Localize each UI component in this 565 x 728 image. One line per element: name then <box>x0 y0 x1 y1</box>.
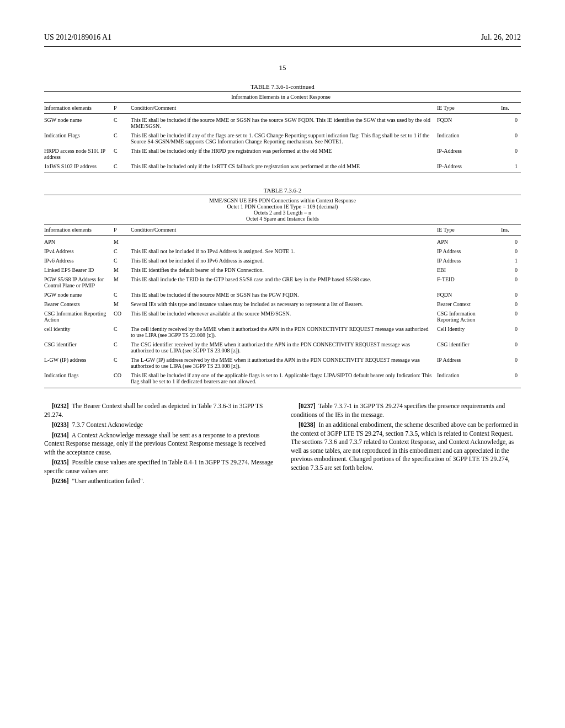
table-cell: M <box>114 275 131 290</box>
right-column: [0237] Table 7.3.7-1 in 3GPP TS 29.274 s… <box>291 402 521 488</box>
table1-h-ie: Information elements <box>44 103 114 114</box>
table-cell: 1 <box>501 256 521 265</box>
table-cell: Cell Identity <box>437 324 501 340</box>
table-cell: This IE shall be included if any of the … <box>131 131 437 146</box>
table-cell: Indication Flags <box>44 131 114 146</box>
p0233-num: [0233] <box>52 421 69 428</box>
p0234-text: A Context Acknowledge message shall be s… <box>44 432 265 456</box>
table1: Information Elements in a Context Respon… <box>44 91 521 173</box>
p0236-text: "User authentication failed". <box>72 478 144 484</box>
table-cell: This IE identifies the default bearer of… <box>131 265 437 275</box>
table-cell: FQDN <box>437 114 501 131</box>
table-cell: This IE shall be included if the source … <box>131 114 437 131</box>
table2-sub4: Octet 4 Spare and Instance fields <box>44 216 521 222</box>
table-cell: M <box>114 265 131 275</box>
table-cell: APN <box>437 235 501 247</box>
table-cell: 0 <box>501 371 521 388</box>
table-cell: 0 <box>501 265 521 275</box>
publication-number: US 2012/0189016 A1 <box>44 33 111 42</box>
publication-date: Jul. 26, 2012 <box>481 33 521 42</box>
table-cell: 0 <box>501 235 521 247</box>
table-cell: This IE shall be included only if the 1x… <box>131 162 437 173</box>
table-cell: This IE shall not be included if no IPv6… <box>131 256 437 265</box>
p0233-text: 7.3.7 Context Acknowledge <box>72 421 142 428</box>
table-row: CSG Information Reporting ActionCOThis I… <box>44 309 521 324</box>
table-cell: C <box>114 114 131 131</box>
table1-h-cond: Condition/Comment <box>131 103 437 114</box>
table-row: IPv6 AddressCThis IE shall not be includ… <box>44 256 521 265</box>
table-cell: 0 <box>501 340 521 355</box>
table2-h-ins: Ins. <box>501 224 521 235</box>
table-cell: C <box>114 340 131 355</box>
table-cell: This IE shall not be included if no IPv4… <box>131 247 437 256</box>
table-cell: IP Address <box>437 256 501 265</box>
table-cell: This IE shall include the TEID in the GT… <box>131 275 437 290</box>
table-cell: The cell identity received by the MME wh… <box>131 324 437 340</box>
table2-sub2: Octet 1 PDN Connection IE Type = 109 (de… <box>44 204 521 210</box>
table-cell: IPv6 Address <box>44 256 114 265</box>
table-cell: This IE shall be included whenever avail… <box>131 309 437 324</box>
table-row: PGW S5/S8 IP Address for Control Plane o… <box>44 275 521 290</box>
table-row: Indication flagsCOThis IE shall be inclu… <box>44 371 521 388</box>
table-row: CSG identifierCThe CSG identifier receiv… <box>44 340 521 355</box>
p0235-num: [0235] <box>52 459 69 465</box>
table-cell: C <box>114 247 131 256</box>
table-row: HRPD access node S101 IP addressCThis IE… <box>44 146 521 162</box>
p0232-text: The Bearer Context shall be coded as dep… <box>44 403 263 418</box>
table-cell: 0 <box>501 309 521 324</box>
table2-title: TABLE 7.3.6-2 <box>44 187 521 194</box>
table-cell: C <box>114 355 131 371</box>
table-row: Linked EPS Bearer IDMThis IE identifies … <box>44 265 521 275</box>
table-cell: The CSG identifier received by the MME w… <box>131 340 437 355</box>
table-cell: Indication flags <box>44 371 114 388</box>
p0238-num: [0238] <box>299 421 316 428</box>
table-cell: 0 <box>501 324 521 340</box>
table-cell: CSG identifier <box>437 340 501 355</box>
table-cell: APN <box>44 235 114 247</box>
p0236-num: [0236] <box>52 478 69 484</box>
table-cell: Indication <box>437 371 501 388</box>
table-row: Bearer ContextsMSeveral IEs with this ty… <box>44 299 521 309</box>
table-cell: C <box>114 324 131 340</box>
table-cell: 0 <box>501 146 521 162</box>
table-cell: C <box>114 146 131 162</box>
table-cell: FQDN <box>437 290 501 299</box>
table1-h-p: P <box>114 103 131 114</box>
p0234-num: [0234] <box>52 432 69 438</box>
table-cell: 0 <box>501 131 521 146</box>
table2-subtitle-block: MME/SGSN UE EPS PDN Connections within C… <box>44 195 521 224</box>
p0237-text: Table 7.3.7-1 in 3GPP TS 29.274 specifie… <box>291 403 505 418</box>
table1-h-ins: Ins. <box>501 103 521 114</box>
table-cell: This IE shall be included only if the HR… <box>131 146 437 162</box>
table-cell: This IE shall be included if any one of … <box>131 371 437 388</box>
table-cell: IPv4 Address <box>44 247 114 256</box>
page-header: US 2012/0189016 A1 Jul. 26, 2012 <box>44 33 521 42</box>
table2-h-ie: Information elements <box>44 224 114 235</box>
table-row: L-GW (IP) addressCThe L-GW (IP) address … <box>44 355 521 371</box>
table-cell: 0 <box>501 299 521 309</box>
table-cell <box>131 235 437 247</box>
table1-h-type: IE Type <box>437 103 501 114</box>
table-cell: Bearer Contexts <box>44 299 114 309</box>
table-cell: 0 <box>501 114 521 131</box>
table-cell: PGW S5/S8 IP Address for Control Plane o… <box>44 275 114 290</box>
table-cell: HRPD access node S101 IP address <box>44 146 114 162</box>
table-cell: C <box>114 131 131 146</box>
table-cell: CSG Information Reporting Action <box>44 309 114 324</box>
p0235-text: Possible cause values are specified in T… <box>44 459 273 474</box>
table-cell: Several IEs with this type and instance … <box>131 299 437 309</box>
table-cell: Indication <box>437 131 501 146</box>
table1-subtitle: Information Elements in a Context Respon… <box>44 92 521 103</box>
header-rule <box>44 46 521 47</box>
table-cell: PGW node name <box>44 290 114 299</box>
table-cell: 1 <box>501 162 521 173</box>
left-column: [0232] The Bearer Context shall be coded… <box>44 402 274 488</box>
p0237-num: [0237] <box>299 403 316 409</box>
p0232-num: [0232] <box>52 403 69 409</box>
table-cell: 0 <box>501 355 521 371</box>
table-cell: 0 <box>501 275 521 290</box>
table2-sub3: Octets 2 and 3 Length = n <box>44 210 521 216</box>
table-cell: IP Address <box>437 355 501 371</box>
table-cell: CSG identifier <box>44 340 114 355</box>
table-cell: L-GW (IP) address <box>44 355 114 371</box>
